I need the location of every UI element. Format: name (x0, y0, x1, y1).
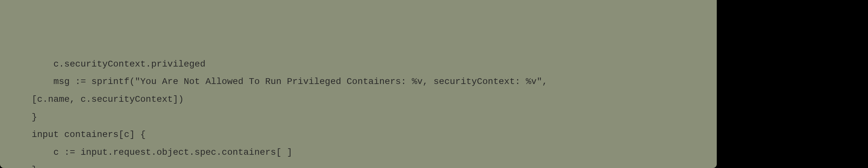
code-line: c.securityContext.privileged (32, 56, 704, 73)
code-line: } (32, 108, 704, 126)
code-line: msg := sprintf("You Are Not Allowed To R… (32, 73, 704, 91)
code-line: } (32, 161, 704, 168)
code-line: input containers[c] { (32, 126, 704, 144)
code-content: c.securityContext.privileged msg := spri… (0, 35, 717, 168)
code-line: [c.name, c.securityContext]) (0, 91, 704, 108)
code-line: c := input.request.object.spec.container… (32, 144, 704, 162)
code-block: c.securityContext.privileged msg := spri… (0, 0, 717, 168)
